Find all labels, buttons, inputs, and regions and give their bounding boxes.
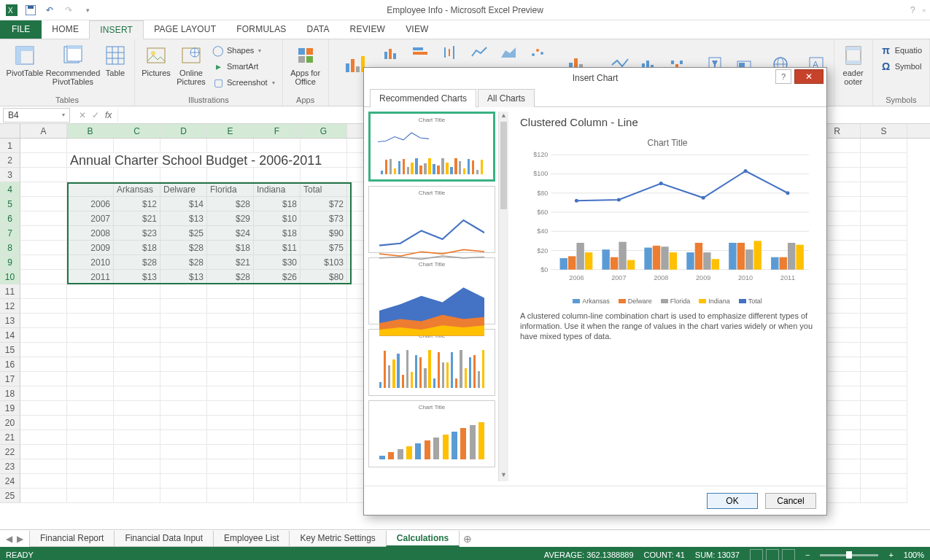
cell[interactable]: $28 bbox=[160, 255, 207, 270]
row-header[interactable]: 19 bbox=[0, 401, 20, 416]
cell[interactable] bbox=[160, 299, 207, 314]
cell[interactable] bbox=[20, 474, 67, 489]
cell[interactable] bbox=[20, 401, 67, 416]
cell[interactable] bbox=[20, 241, 67, 255]
cancel-formula-icon[interactable]: ✕ bbox=[79, 110, 86, 120]
cell[interactable] bbox=[160, 474, 207, 489]
cell[interactable] bbox=[207, 474, 254, 489]
dialog-scrollbar[interactable]: ▲ ▼ bbox=[498, 112, 508, 481]
cell[interactable]: $12 bbox=[114, 197, 160, 211]
cell[interactable]: $21 bbox=[207, 255, 254, 270]
cell[interactable] bbox=[114, 168, 160, 182]
cell[interactable]: 2006 bbox=[67, 197, 114, 211]
fx-icon[interactable]: fx bbox=[105, 110, 112, 120]
cell[interactable] bbox=[160, 139, 207, 153]
cell[interactable] bbox=[114, 299, 160, 314]
cell[interactable]: $10 bbox=[254, 211, 301, 226]
cell[interactable]: 2008 bbox=[67, 226, 114, 241]
zoom-out-icon[interactable]: − bbox=[805, 551, 810, 559]
cell[interactable]: $18 bbox=[254, 197, 301, 211]
column-header[interactable]: B bbox=[67, 124, 114, 138]
cell[interactable] bbox=[67, 139, 114, 153]
cell[interactable] bbox=[160, 372, 207, 386]
cell[interactable] bbox=[20, 489, 67, 503]
row-header[interactable]: 21 bbox=[0, 430, 20, 445]
cell[interactable]: $24 bbox=[207, 226, 254, 241]
cell[interactable]: $18 bbox=[114, 241, 160, 255]
cell[interactable] bbox=[20, 270, 67, 284]
row-header[interactable]: 16 bbox=[0, 357, 20, 372]
cell[interactable] bbox=[861, 328, 907, 343]
cell[interactable]: $25 bbox=[160, 226, 207, 241]
cell[interactable] bbox=[67, 401, 114, 416]
tab-data[interactable]: DATA bbox=[297, 20, 340, 39]
ribbon-collapse-icon[interactable]: ▫ bbox=[923, 5, 926, 15]
cell[interactable] bbox=[207, 459, 254, 474]
cell[interactable] bbox=[20, 284, 67, 299]
cell[interactable] bbox=[114, 386, 160, 401]
cell[interactable] bbox=[301, 372, 347, 386]
cell[interactable] bbox=[254, 474, 301, 489]
cell[interactable] bbox=[207, 357, 254, 372]
redo-icon[interactable]: ↷ bbox=[60, 1, 77, 19]
ok-button[interactable]: OK bbox=[707, 493, 758, 509]
view-pagebreak-icon[interactable] bbox=[782, 549, 795, 560]
cell[interactable] bbox=[67, 328, 114, 343]
cell[interactable] bbox=[20, 197, 67, 211]
cell[interactable] bbox=[20, 226, 67, 241]
cell[interactable] bbox=[861, 270, 907, 284]
cell[interactable] bbox=[254, 459, 301, 474]
cell[interactable] bbox=[861, 343, 907, 357]
cell[interactable] bbox=[114, 328, 160, 343]
cell[interactable] bbox=[301, 474, 347, 489]
cell[interactable] bbox=[301, 168, 347, 182]
cell[interactable] bbox=[861, 182, 907, 197]
recommended-chart-thumb[interactable]: Chart Title bbox=[368, 112, 495, 182]
cell[interactable] bbox=[114, 139, 160, 153]
cell[interactable] bbox=[207, 343, 254, 357]
cell[interactable]: 2011 bbox=[67, 270, 114, 284]
cell[interactable] bbox=[20, 372, 67, 386]
row-header[interactable]: 10 bbox=[0, 270, 20, 284]
cell[interactable] bbox=[20, 139, 67, 153]
cell[interactable] bbox=[254, 139, 301, 153]
cell[interactable] bbox=[114, 489, 160, 503]
cell[interactable]: 2009 bbox=[67, 241, 114, 255]
cell[interactable] bbox=[67, 343, 114, 357]
cell[interactable] bbox=[254, 284, 301, 299]
cell[interactable]: $75 bbox=[301, 241, 347, 255]
cell[interactable] bbox=[207, 386, 254, 401]
column-header[interactable]: S bbox=[861, 124, 907, 138]
row-header[interactable]: 4 bbox=[0, 182, 20, 197]
dialog-close-button[interactable]: ✕ bbox=[794, 69, 824, 84]
cell[interactable] bbox=[114, 401, 160, 416]
row-header[interactable]: 14 bbox=[0, 328, 20, 343]
cell[interactable] bbox=[207, 430, 254, 445]
cell[interactable] bbox=[207, 489, 254, 503]
cell[interactable] bbox=[114, 416, 160, 430]
cell[interactable] bbox=[160, 343, 207, 357]
row-header[interactable]: 1 bbox=[0, 139, 20, 153]
cell[interactable] bbox=[114, 284, 160, 299]
cell[interactable] bbox=[861, 211, 907, 226]
cell[interactable] bbox=[301, 314, 347, 328]
sheet-tab[interactable]: Employee List bbox=[213, 531, 290, 547]
sheet-tab[interactable]: Calculations bbox=[386, 531, 460, 547]
cell[interactable]: $26 bbox=[254, 270, 301, 284]
cell[interactable] bbox=[207, 372, 254, 386]
tab-page-layout[interactable]: PAGE LAYOUT bbox=[144, 20, 226, 39]
cell[interactable] bbox=[254, 357, 301, 372]
cell[interactable] bbox=[160, 284, 207, 299]
cell[interactable] bbox=[20, 314, 67, 328]
stock-chart-icon[interactable] bbox=[437, 42, 463, 63]
cell[interactable]: Florida bbox=[207, 182, 254, 197]
cell[interactable]: $28 bbox=[114, 255, 160, 270]
cell[interactable] bbox=[114, 372, 160, 386]
cell[interactable] bbox=[301, 357, 347, 372]
symbol-button[interactable]: ΩSymbol bbox=[877, 58, 925, 74]
bar-chart-icon[interactable] bbox=[408, 42, 434, 63]
cell[interactable]: 2007 bbox=[67, 211, 114, 226]
row-header[interactable]: 22 bbox=[0, 445, 20, 459]
row-header[interactable]: 23 bbox=[0, 459, 20, 474]
cell[interactable] bbox=[207, 314, 254, 328]
